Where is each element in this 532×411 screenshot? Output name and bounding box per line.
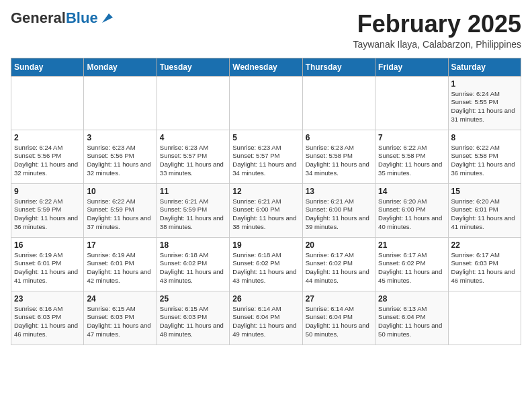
day-number: 25 [160,294,226,304]
weekday-header: Friday [375,58,448,76]
calendar-cell: 13Sunrise: 6:21 AM Sunset: 6:00 PM Dayli… [302,183,375,237]
calendar-cell: 27Sunrise: 6:14 AM Sunset: 6:04 PM Dayli… [302,291,375,345]
day-number: 20 [306,240,372,250]
calendar-cell: 26Sunrise: 6:14 AM Sunset: 6:04 PM Dayli… [230,291,302,345]
day-info: Sunrise: 6:18 AM Sunset: 6:02 PM Dayligh… [160,251,226,285]
calendar-cell [157,76,229,130]
calendar-cell: 21Sunrise: 6:17 AM Sunset: 6:02 PM Dayli… [375,237,448,291]
calendar-cell [11,76,84,130]
day-number: 17 [87,240,153,250]
calendar-cell [84,76,157,130]
day-number: 27 [306,294,372,304]
day-number: 18 [160,240,226,250]
day-info: Sunrise: 6:22 AM Sunset: 5:58 PM Dayligh… [378,144,445,178]
day-number: 9 [14,187,81,196]
day-info: Sunrise: 6:21 AM Sunset: 6:00 PM Dayligh… [232,197,299,232]
day-info: Sunrise: 6:22 AM Sunset: 5:59 PM Dayligh… [14,197,81,232]
calendar-week-row: 16Sunrise: 6:19 AM Sunset: 6:01 PM Dayli… [11,237,521,291]
calendar-cell: 23Sunrise: 6:16 AM Sunset: 6:03 PM Dayli… [11,291,84,345]
day-info: Sunrise: 6:22 AM Sunset: 5:58 PM Dayligh… [451,144,518,178]
day-number: 13 [306,187,372,196]
calendar-header: SundayMondayTuesdayWednesdayThursdayFrid… [11,58,521,76]
calendar-week-row: 9Sunrise: 6:22 AM Sunset: 5:59 PM Daylig… [11,183,521,237]
day-number: 8 [451,133,518,142]
day-number: 14 [378,187,445,196]
calendar-cell: 18Sunrise: 6:18 AM Sunset: 6:02 PM Dayli… [157,237,229,291]
day-number: 21 [378,240,445,250]
title-block: February 2025 Taywanak Ilaya, Calabarzon… [353,11,521,50]
day-number: 23 [14,294,81,304]
calendar-cell: 3Sunrise: 6:23 AM Sunset: 5:56 PM Daylig… [84,130,157,183]
calendar-cell: 12Sunrise: 6:21 AM Sunset: 6:00 PM Dayli… [230,183,302,237]
day-number: 6 [306,133,372,142]
day-number: 7 [378,133,445,142]
location-subtitle: Taywanak Ilaya, Calabarzon, Philippines [353,39,521,50]
calendar-week-row: 1Sunrise: 6:24 AM Sunset: 5:55 PM Daylig… [11,76,521,130]
calendar-cell [230,76,302,130]
calendar-cell: 11Sunrise: 6:21 AM Sunset: 5:59 PM Dayli… [157,183,229,237]
day-info: Sunrise: 6:17 AM Sunset: 6:02 PM Dayligh… [378,251,445,285]
day-info: Sunrise: 6:17 AM Sunset: 6:02 PM Dayligh… [306,251,372,285]
weekday-row: SundayMondayTuesdayWednesdayThursdayFrid… [11,58,521,76]
day-number: 28 [378,294,445,304]
day-info: Sunrise: 6:17 AM Sunset: 6:03 PM Dayligh… [451,251,518,285]
day-info: Sunrise: 6:15 AM Sunset: 6:03 PM Dayligh… [87,305,153,339]
day-number: 24 [87,294,153,304]
day-info: Sunrise: 6:19 AM Sunset: 6:01 PM Dayligh… [14,251,81,285]
day-number: 15 [451,187,518,196]
calendar-cell: 4Sunrise: 6:23 AM Sunset: 5:57 PM Daylig… [157,130,229,183]
day-number: 16 [14,240,81,250]
calendar-cell: 25Sunrise: 6:15 AM Sunset: 6:03 PM Dayli… [157,291,229,345]
calendar-cell: 8Sunrise: 6:22 AM Sunset: 5:58 PM Daylig… [448,130,521,183]
calendar-cell: 5Sunrise: 6:23 AM Sunset: 5:57 PM Daylig… [230,130,302,183]
calendar-cell: 20Sunrise: 6:17 AM Sunset: 6:02 PM Dayli… [302,237,375,291]
day-info: Sunrise: 6:20 AM Sunset: 6:00 PM Dayligh… [378,197,445,232]
calendar-cell [375,76,448,130]
day-info: Sunrise: 6:14 AM Sunset: 6:04 PM Dayligh… [306,305,372,339]
day-info: Sunrise: 6:15 AM Sunset: 6:03 PM Dayligh… [160,305,226,339]
day-number: 5 [232,133,299,142]
day-number: 3 [87,133,153,142]
day-info: Sunrise: 6:16 AM Sunset: 6:03 PM Dayligh… [14,305,81,339]
calendar-cell [302,76,375,130]
day-info: Sunrise: 6:20 AM Sunset: 6:01 PM Dayligh… [451,197,518,232]
day-info: Sunrise: 6:21 AM Sunset: 5:59 PM Dayligh… [160,197,226,232]
day-info: Sunrise: 6:23 AM Sunset: 5:58 PM Dayligh… [306,144,372,178]
calendar-cell: 16Sunrise: 6:19 AM Sunset: 6:01 PM Dayli… [11,237,84,291]
weekday-header: Wednesday [230,58,302,76]
weekday-header: Thursday [302,58,375,76]
day-info: Sunrise: 6:19 AM Sunset: 6:01 PM Dayligh… [87,251,153,285]
weekday-header: Tuesday [157,58,229,76]
day-info: Sunrise: 6:14 AM Sunset: 6:04 PM Dayligh… [232,305,299,339]
day-number: 4 [160,133,226,142]
day-info: Sunrise: 6:23 AM Sunset: 5:56 PM Dayligh… [87,144,153,178]
calendar-body: 1Sunrise: 6:24 AM Sunset: 5:55 PM Daylig… [11,76,521,345]
logo-text: GeneralBlue [11,11,98,26]
calendar-cell: 9Sunrise: 6:22 AM Sunset: 5:59 PM Daylig… [11,183,84,237]
page-header: GeneralBlue February 2025 Taywanak Ilaya… [11,11,521,50]
calendar-table: SundayMondayTuesdayWednesdayThursdayFrid… [11,58,521,345]
calendar-cell: 24Sunrise: 6:15 AM Sunset: 6:03 PM Dayli… [84,291,157,345]
day-info: Sunrise: 6:24 AM Sunset: 5:55 PM Dayligh… [451,90,518,124]
calendar-week-row: 2Sunrise: 6:24 AM Sunset: 5:56 PM Daylig… [11,130,521,183]
day-info: Sunrise: 6:24 AM Sunset: 5:56 PM Dayligh… [14,144,81,178]
calendar-cell: 6Sunrise: 6:23 AM Sunset: 5:58 PM Daylig… [302,130,375,183]
calendar-cell: 17Sunrise: 6:19 AM Sunset: 6:01 PM Dayli… [84,237,157,291]
calendar-week-row: 23Sunrise: 6:16 AM Sunset: 6:03 PM Dayli… [11,291,521,345]
weekday-header: Monday [84,58,157,76]
calendar-cell: 22Sunrise: 6:17 AM Sunset: 6:03 PM Dayli… [448,237,521,291]
weekday-header: Sunday [11,58,84,76]
calendar-cell: 1Sunrise: 6:24 AM Sunset: 5:55 PM Daylig… [448,76,521,130]
calendar-cell: 14Sunrise: 6:20 AM Sunset: 6:00 PM Dayli… [375,183,448,237]
day-info: Sunrise: 6:18 AM Sunset: 6:02 PM Dayligh… [232,251,299,285]
day-info: Sunrise: 6:21 AM Sunset: 6:00 PM Dayligh… [306,197,372,232]
calendar-cell: 7Sunrise: 6:22 AM Sunset: 5:58 PM Daylig… [375,130,448,183]
day-number: 26 [232,294,299,304]
day-info: Sunrise: 6:13 AM Sunset: 6:04 PM Dayligh… [378,305,445,339]
calendar-cell: 28Sunrise: 6:13 AM Sunset: 6:04 PM Dayli… [375,291,448,345]
logo: GeneralBlue [11,11,118,26]
logo-icon [99,11,118,26]
calendar-cell: 15Sunrise: 6:20 AM Sunset: 6:01 PM Dayli… [448,183,521,237]
calendar-cell: 10Sunrise: 6:22 AM Sunset: 5:59 PM Dayli… [84,183,157,237]
day-number: 1 [451,79,518,89]
